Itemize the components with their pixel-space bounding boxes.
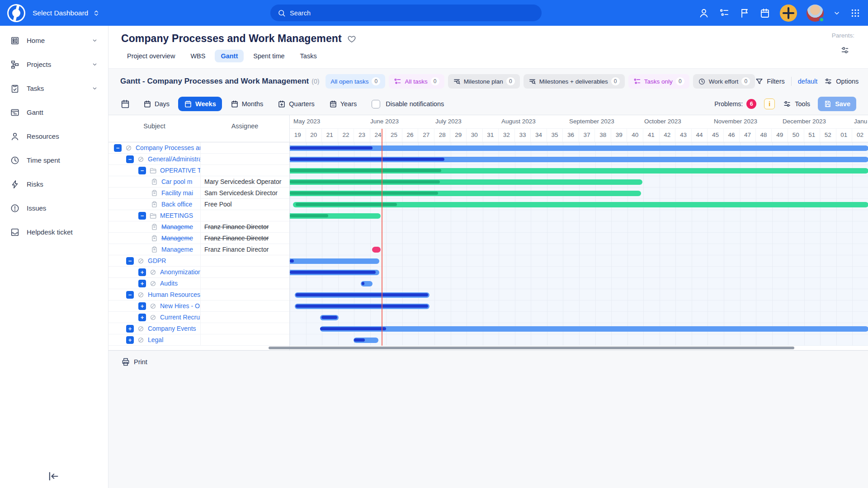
tab-gantt[interactable]: Gantt: [215, 50, 244, 62]
gantt-bar[interactable]: [290, 213, 381, 219]
task-subject-link[interactable]: Back office: [161, 201, 192, 208]
calendar-icon[interactable]: [760, 8, 770, 19]
printer-icon[interactable]: [121, 357, 130, 366]
filter-chip-milestones-deliverables[interactable]: Milestones + deliverables0: [524, 74, 625, 89]
task-subject-link[interactable]: MEETINGS: [160, 212, 193, 219]
table-row[interactable]: +Company Events: [108, 323, 289, 334]
tab-wbs[interactable]: WBS: [184, 50, 211, 62]
sidebar-item-gantt[interactable]: Gantt: [0, 100, 108, 124]
task-subject-link[interactable]: Legal: [148, 336, 163, 343]
expand-collapse-button[interactable]: −: [126, 155, 134, 163]
dashboard-selector[interactable]: Select Dashboard: [33, 9, 100, 17]
scale-days[interactable]: Days: [137, 97, 175, 111]
tab-spent-time[interactable]: Spent time: [247, 50, 290, 62]
add-button[interactable]: [780, 5, 797, 22]
info-button[interactable]: i: [764, 99, 775, 109]
task-subject-link[interactable]: Manageme: [161, 223, 193, 230]
task-subject-link[interactable]: OPERATIVE TAS: [160, 167, 200, 174]
filters-button[interactable]: Filters: [755, 77, 784, 86]
table-row[interactable]: ManagemeFranz Finance Director: [108, 233, 289, 244]
chevron-down-icon[interactable]: [833, 8, 840, 19]
filter-chip-milestone-plan[interactable]: Milestone plan0: [448, 74, 520, 89]
expand-collapse-button[interactable]: −: [126, 257, 134, 265]
gantt-bar[interactable]: [290, 258, 379, 264]
gantt-bar[interactable]: [320, 315, 339, 320]
table-row[interactable]: ManagemeFranz Finance Director: [108, 221, 289, 233]
tab-project-overview[interactable]: Project overview: [121, 50, 181, 62]
sidebar-item-home[interactable]: Home: [0, 28, 108, 52]
gantt-bar[interactable]: [293, 202, 868, 207]
filter-chip-work-effort[interactable]: Work effort0: [693, 74, 755, 89]
table-row[interactable]: ManagemeFranz Finance Director: [108, 244, 289, 255]
expand-collapse-button[interactable]: −: [126, 291, 134, 299]
scale-years[interactable]: Years: [323, 97, 363, 111]
calendar-icon[interactable]: [120, 99, 130, 109]
sidebar-item-issues[interactable]: Issues: [0, 196, 108, 220]
expand-collapse-button[interactable]: −: [138, 212, 146, 220]
tab-tasks[interactable]: Tasks: [294, 50, 323, 62]
table-row[interactable]: +Current Recruit: [108, 312, 289, 323]
notifications-checkbox[interactable]: [372, 100, 380, 108]
gantt-bar[interactable]: [290, 145, 868, 151]
sidebar-item-helpdesk-ticket[interactable]: Helpdesk ticket: [0, 220, 108, 244]
expand-expand-button[interactable]: +: [126, 325, 134, 333]
assignee-column-header[interactable]: Assignee: [200, 122, 289, 130]
expand-collapse-button[interactable]: −: [114, 144, 122, 152]
sidebar-item-time-spent[interactable]: Time spent: [0, 148, 108, 172]
scale-months[interactable]: Months: [225, 97, 269, 111]
user-avatar[interactable]: [807, 5, 824, 22]
favorite-heart-icon[interactable]: [347, 34, 356, 43]
table-row[interactable]: +Legal: [108, 334, 289, 346]
table-row[interactable]: Car pool mMary Servicedesk Operator: [108, 176, 289, 188]
header-options-icon[interactable]: [840, 45, 850, 55]
task-subject-link[interactable]: Human Resources: [148, 291, 200, 298]
task-subject-link[interactable]: Company Processes and: [136, 144, 200, 151]
subject-column-header[interactable]: Subject: [108, 122, 200, 130]
task-subject-link[interactable]: Facility mai: [161, 189, 193, 197]
save-button[interactable]: Save: [818, 97, 856, 111]
sidebar-item-resources[interactable]: Resources: [0, 124, 108, 148]
filter-chip-all-open-tasks[interactable]: All open tasks0: [326, 74, 385, 89]
problems-indicator[interactable]: Problems: 6: [714, 99, 756, 109]
expand-expand-button[interactable]: +: [138, 268, 146, 276]
default-filter-link[interactable]: default: [798, 78, 818, 85]
filter-chip-all-tasks[interactable]: All tasks0: [389, 74, 444, 89]
table-row[interactable]: Facility maiSam Servicedesk Director: [108, 188, 289, 199]
gantt-bar[interactable]: [354, 338, 378, 343]
gantt-bar[interactable]: [320, 326, 868, 332]
sidebar-collapse-icon[interactable]: [47, 470, 60, 483]
sidebar-item-risks[interactable]: Risks: [0, 172, 108, 196]
scale-quarters[interactable]: Quarters: [272, 97, 320, 111]
table-row[interactable]: +Audits: [108, 278, 289, 289]
gantt-bar[interactable]: [290, 270, 379, 275]
expand-expand-button[interactable]: +: [138, 314, 146, 321]
tools-button[interactable]: Tools: [783, 99, 810, 108]
task-subject-link[interactable]: Manageme: [161, 246, 193, 253]
sidebar-item-projects[interactable]: Projects: [0, 52, 108, 76]
gantt-bar[interactable]: [290, 157, 868, 162]
table-row[interactable]: −OPERATIVE TAS: [108, 165, 289, 176]
task-subject-link[interactable]: GDPR: [148, 257, 166, 264]
table-row[interactable]: −Human Resources: [108, 289, 289, 300]
apps-grid-icon[interactable]: [850, 8, 861, 19]
expand-expand-button[interactable]: +: [126, 336, 134, 344]
expand-expand-button[interactable]: +: [138, 280, 146, 287]
task-subject-link[interactable]: Anonymization: [160, 268, 200, 276]
filter-chip-tasks-only[interactable]: Tasks only0: [628, 74, 689, 89]
search-input[interactable]: Search: [270, 5, 542, 21]
table-row[interactable]: −Company Processes and: [108, 142, 289, 154]
gantt-bar[interactable]: [290, 179, 642, 185]
gantt-bar[interactable]: [290, 168, 868, 174]
table-row[interactable]: −GDPR: [108, 255, 289, 267]
expand-expand-button[interactable]: +: [138, 302, 146, 310]
task-subject-link[interactable]: General/Administra: [148, 155, 200, 163]
flag-icon[interactable]: [739, 8, 750, 19]
checklist-icon[interactable]: [719, 8, 730, 19]
table-row[interactable]: +Anonymization: [108, 267, 289, 278]
task-subject-link[interactable]: Audits: [160, 280, 178, 287]
table-row[interactable]: +New Hires - Onl: [108, 300, 289, 312]
task-subject-link[interactable]: Car pool m: [161, 178, 192, 185]
gantt-bar[interactable]: [290, 191, 641, 196]
print-label[interactable]: Print: [134, 358, 147, 366]
horizontal-scrollbar[interactable]: [269, 347, 794, 349]
